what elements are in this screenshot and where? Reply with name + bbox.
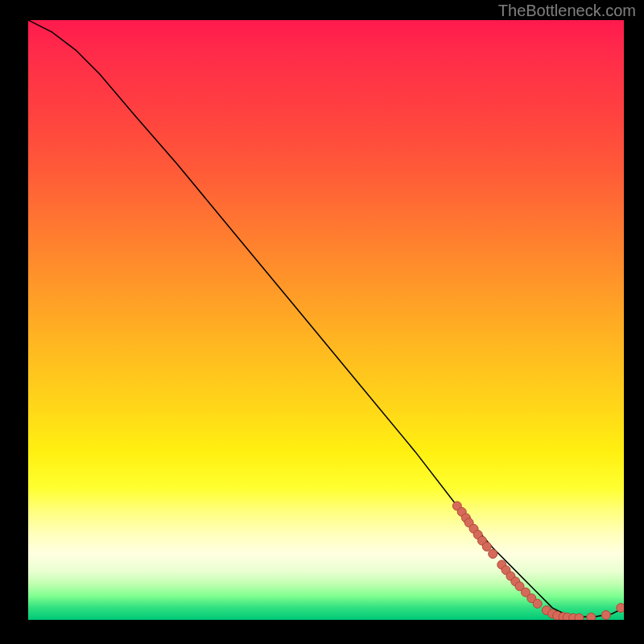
data-point [533,599,542,608]
data-point [482,543,491,551]
data-point [575,613,584,620]
chart-overlay [28,20,624,620]
bottleneck-curve [28,20,624,617]
data-point [587,613,596,621]
watermark-text: TheBottleneck.com [498,2,636,20]
data-point [601,611,610,620]
data-point [489,550,497,559]
chart-plot-area [28,20,624,620]
data-points-group [452,502,624,620]
data-point [617,604,624,613]
